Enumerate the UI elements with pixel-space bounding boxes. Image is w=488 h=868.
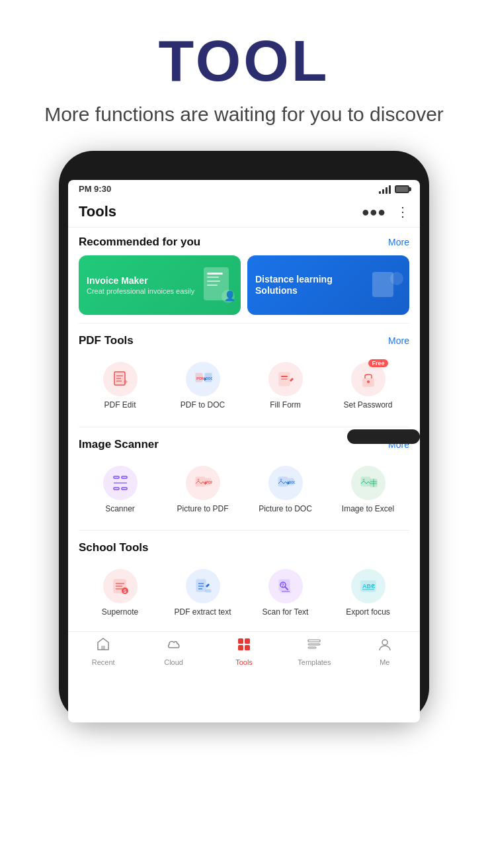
svg-rect-24	[114, 476, 119, 478]
svg-text:?: ?	[281, 583, 284, 587]
me-icon	[378, 637, 392, 656]
svg-rect-21	[281, 378, 288, 380]
phone-screen: PM 9:30 Tools ●●● ⋮	[68, 180, 420, 722]
svg-text:PDF: PDF	[196, 376, 204, 380]
picture-to-pdf-label: Picture to PDF	[177, 504, 228, 515]
pdf-edit-icon-wrap	[103, 362, 138, 396]
image-to-excel-tool[interactable]: Image to Excel	[327, 460, 409, 520]
hero-subtitle: More functions are waiting for you to di…	[26, 101, 462, 128]
svg-point-8	[390, 272, 403, 285]
invoice-illustration: 👤	[200, 255, 237, 315]
supernote-tool[interactable]: S Supernote	[79, 564, 161, 623]
svg-text:PDF: PDF	[206, 480, 212, 484]
svg-rect-69	[308, 644, 320, 645]
scan-for-text-tool[interactable]: ? Scan for Text	[244, 564, 327, 623]
divider-3	[79, 530, 409, 531]
phone-notch	[68, 160, 420, 179]
school-tools-section: School Tools	[68, 533, 420, 631]
search-icon[interactable]: ●●●	[362, 204, 386, 220]
svg-rect-53	[206, 589, 211, 592]
image-scanner-grid: Scanner PDF	[79, 458, 409, 523]
export-focus-tool[interactable]: ABC Export focus	[327, 564, 409, 623]
svg-rect-64	[238, 638, 243, 644]
svg-rect-70	[308, 647, 316, 648]
svg-rect-2	[207, 277, 219, 278]
signal-icon	[379, 185, 391, 194]
fill-form-tool[interactable]: Fill Form	[244, 357, 327, 416]
picture-to-pdf-tool[interactable]: PDF Picture to PDF	[161, 460, 244, 520]
scanner-icon-wrap	[103, 466, 138, 500]
invoice-maker-banner[interactable]: Invoice Maker Creat professional invoice…	[79, 255, 241, 315]
pdf-to-doc-tool[interactable]: PDF DOC PDF to DOC	[161, 357, 244, 416]
school-tools-title: School Tools	[79, 541, 148, 554]
svg-rect-49	[196, 580, 206, 591]
battery-icon	[395, 185, 409, 193]
svg-rect-26	[122, 476, 127, 478]
signal-bar-4	[389, 185, 391, 194]
svg-rect-1	[207, 273, 223, 275]
templates-icon	[307, 637, 321, 656]
picture-to-doc-icon-wrap: DOC	[268, 466, 303, 500]
pdf-extract-tool[interactable]: PDF extract text	[161, 564, 244, 623]
supernote-label: Supernote	[102, 607, 138, 618]
svg-text:S: S	[123, 589, 126, 593]
svg-rect-68	[308, 640, 320, 642]
status-time: PM 9:30	[79, 184, 111, 194]
recommended-section: Recommended for you More Invoice Maker C…	[68, 228, 420, 320]
templates-label: Templates	[298, 658, 331, 666]
fill-form-label: Fill Form	[270, 400, 301, 411]
phone-frame: PM 9:30 Tools ●●● ⋮	[59, 151, 429, 722]
svg-text:DOC: DOC	[289, 481, 295, 484]
me-label: Me	[380, 658, 389, 666]
nav-cloud[interactable]: Cloud	[138, 637, 208, 666]
status-bar: PM 9:30	[68, 180, 420, 198]
svg-text:DOC: DOC	[206, 376, 212, 380]
picture-to-doc-label: Picture to DOC	[259, 504, 312, 515]
svg-text:ABC: ABC	[362, 583, 376, 589]
export-focus-icon-wrap: ABC	[351, 569, 386, 603]
recommended-header: Recommended for you More	[79, 236, 409, 249]
bottom-nav: Recent Cloud	[68, 631, 420, 674]
scanner-label: Scanner	[105, 504, 135, 515]
hero-section: TOOL More functions are waiting for you …	[0, 0, 488, 144]
svg-rect-4	[207, 284, 218, 286]
picture-to-doc-tool[interactable]: DOC Picture to DOC	[244, 460, 327, 520]
nav-recent[interactable]: Recent	[68, 637, 138, 666]
recommended-more[interactable]: More	[388, 237, 409, 247]
hero-title: TOOL	[26, 32, 462, 90]
image-scanner-title: Image Scanner	[79, 438, 159, 451]
svg-rect-25	[114, 488, 119, 490]
svg-rect-27	[122, 488, 127, 490]
divider-1	[79, 323, 409, 324]
school-tools-header: School Tools	[79, 541, 409, 554]
more-menu-icon[interactable]: ⋮	[396, 204, 409, 220]
image-to-excel-label: Image to Excel	[342, 504, 394, 515]
tools-icon	[237, 637, 251, 656]
set-password-tool[interactable]: Free Set Password	[327, 357, 409, 416]
svg-point-38	[362, 478, 364, 480]
svg-rect-29	[196, 477, 205, 486]
pdf-tools-header: PDF Tools More	[79, 334, 409, 347]
pdf-edit-label: PDF Edit	[104, 400, 136, 411]
free-badge: Free	[368, 359, 387, 367]
nav-me[interactable]: Me	[350, 637, 420, 666]
nav-tools[interactable]: Tools	[209, 637, 279, 666]
svg-point-30	[197, 478, 199, 480]
phone-mockup: PM 9:30 Tools ●●● ⋮	[0, 144, 488, 736]
svg-point-71	[382, 640, 387, 645]
pdf-tools-more[interactable]: More	[388, 335, 409, 346]
school-tools-grid: S Supernote	[79, 561, 409, 626]
pdf-tools-grid: PDF Edit PDF DOC	[79, 354, 409, 419]
tools-label: Tools	[235, 658, 253, 666]
recent-label: Recent	[92, 658, 115, 666]
distance-learning-banner[interactable]: Distance learning Solutions 📚	[247, 255, 409, 315]
pdf-tools-title: PDF Tools	[79, 334, 134, 347]
app-title: Tools	[79, 203, 116, 220]
export-focus-label: Export focus	[346, 607, 390, 618]
svg-rect-63	[101, 646, 105, 650]
picture-to-pdf-icon-wrap: PDF	[186, 466, 220, 500]
pdf-edit-tool[interactable]: PDF Edit	[79, 357, 161, 416]
scanner-tool[interactable]: Scanner	[79, 460, 161, 520]
nav-templates[interactable]: Templates	[279, 637, 349, 666]
screen-content: Recommended for you More Invoice Maker C…	[68, 228, 420, 674]
